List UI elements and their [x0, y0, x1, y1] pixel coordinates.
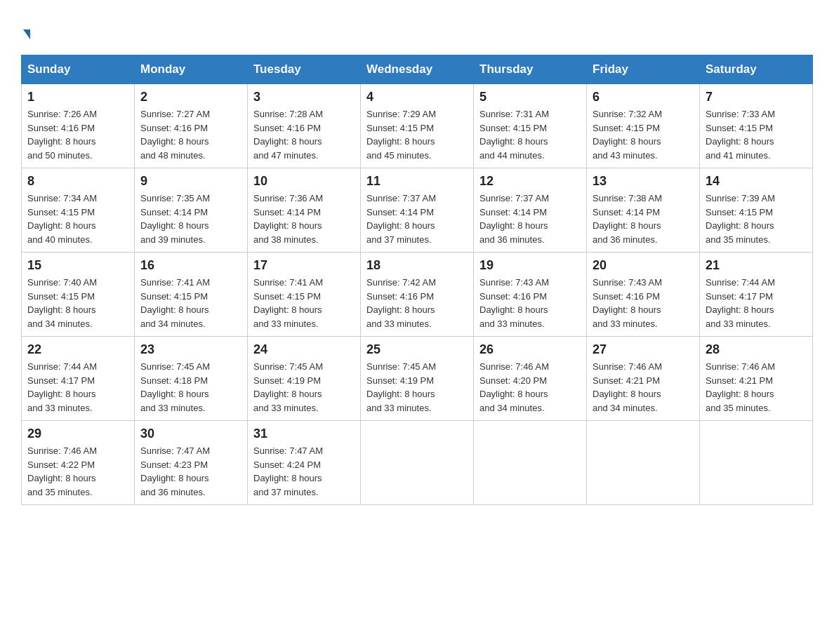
- calendar-cell: 29 Sunrise: 7:46 AM Sunset: 4:22 PM Dayl…: [22, 421, 135, 505]
- day-info: Sunrise: 7:45 AM Sunset: 4:18 PM Dayligh…: [140, 360, 241, 415]
- calendar-cell: 5 Sunrise: 7:31 AM Sunset: 4:15 PM Dayli…: [474, 84, 587, 168]
- calendar-cell: 9 Sunrise: 7:35 AM Sunset: 4:14 PM Dayli…: [135, 168, 248, 253]
- day-number: 5: [479, 90, 581, 105]
- calendar-table: SundayMondayTuesdayWednesdayThursdayFrid…: [21, 55, 813, 505]
- day-info: Sunrise: 7:35 AM Sunset: 4:14 PM Dayligh…: [140, 192, 241, 246]
- weekday-header-saturday: Saturday: [700, 55, 813, 84]
- day-number: 22: [27, 342, 128, 357]
- day-number: 7: [706, 90, 807, 105]
- calendar-week-row: 22 Sunrise: 7:44 AM Sunset: 4:17 PM Dayl…: [22, 337, 813, 421]
- day-number: 29: [27, 427, 128, 441]
- day-info: Sunrise: 7:32 AM Sunset: 4:15 PM Dayligh…: [593, 107, 694, 162]
- weekday-header-thursday: Thursday: [474, 55, 587, 84]
- day-info: Sunrise: 7:46 AM Sunset: 4:21 PM Dayligh…: [593, 360, 694, 415]
- day-info: Sunrise: 7:46 AM Sunset: 4:20 PM Dayligh…: [479, 360, 581, 415]
- calendar-cell: 10 Sunrise: 7:36 AM Sunset: 4:14 PM Dayl…: [248, 168, 361, 253]
- calendar-cell: 8 Sunrise: 7:34 AM Sunset: 4:15 PM Dayli…: [22, 168, 135, 253]
- day-number: 8: [27, 174, 128, 189]
- day-number: 31: [253, 427, 355, 441]
- day-number: 23: [140, 342, 241, 357]
- day-number: 18: [366, 258, 468, 273]
- calendar-week-row: 1 Sunrise: 7:26 AM Sunset: 4:16 PM Dayli…: [22, 84, 813, 168]
- day-number: 10: [253, 174, 355, 189]
- day-number: 4: [366, 90, 468, 105]
- day-info: Sunrise: 7:37 AM Sunset: 4:14 PM Dayligh…: [366, 192, 468, 246]
- calendar-cell: 28 Sunrise: 7:46 AM Sunset: 4:21 PM Dayl…: [700, 337, 813, 421]
- day-info: Sunrise: 7:43 AM Sunset: 4:16 PM Dayligh…: [593, 276, 694, 330]
- day-info: Sunrise: 7:43 AM Sunset: 4:16 PM Dayligh…: [479, 276, 581, 330]
- day-info: Sunrise: 7:36 AM Sunset: 4:14 PM Dayligh…: [253, 192, 355, 246]
- calendar-week-row: 8 Sunrise: 7:34 AM Sunset: 4:15 PM Dayli…: [22, 168, 813, 253]
- day-number: 24: [253, 342, 355, 357]
- calendar-week-row: 15 Sunrise: 7:40 AM Sunset: 4:15 PM Dayl…: [22, 253, 813, 337]
- page-header: [21, 21, 813, 41]
- day-info: Sunrise: 7:33 AM Sunset: 4:15 PM Dayligh…: [706, 107, 807, 162]
- calendar-cell: [700, 421, 813, 505]
- calendar-week-row: 29 Sunrise: 7:46 AM Sunset: 4:22 PM Dayl…: [22, 421, 813, 505]
- calendar-cell: 24 Sunrise: 7:45 AM Sunset: 4:19 PM Dayl…: [248, 337, 361, 421]
- weekday-header-monday: Monday: [135, 55, 248, 84]
- calendar-cell: 21 Sunrise: 7:44 AM Sunset: 4:17 PM Dayl…: [700, 253, 813, 337]
- logo-general-line: [21, 21, 30, 41]
- day-number: 19: [479, 258, 581, 273]
- logo-triangle-icon: [23, 29, 30, 39]
- logo: [21, 21, 30, 41]
- day-info: Sunrise: 7:26 AM Sunset: 4:16 PM Dayligh…: [27, 107, 128, 162]
- day-info: Sunrise: 7:38 AM Sunset: 4:14 PM Dayligh…: [593, 192, 694, 246]
- day-number: 25: [366, 342, 468, 357]
- calendar-cell: [474, 421, 587, 505]
- day-info: Sunrise: 7:45 AM Sunset: 4:19 PM Dayligh…: [366, 360, 468, 415]
- weekday-header-friday: Friday: [587, 55, 700, 84]
- calendar-cell: 13 Sunrise: 7:38 AM Sunset: 4:14 PM Dayl…: [587, 168, 700, 253]
- calendar-cell: 15 Sunrise: 7:40 AM Sunset: 4:15 PM Dayl…: [22, 253, 135, 337]
- day-info: Sunrise: 7:47 AM Sunset: 4:24 PM Dayligh…: [253, 444, 355, 499]
- calendar-cell: 22 Sunrise: 7:44 AM Sunset: 4:17 PM Dayl…: [22, 337, 135, 421]
- day-info: Sunrise: 7:45 AM Sunset: 4:19 PM Dayligh…: [253, 360, 355, 415]
- day-info: Sunrise: 7:37 AM Sunset: 4:14 PM Dayligh…: [479, 192, 581, 246]
- calendar-cell: 11 Sunrise: 7:37 AM Sunset: 4:14 PM Dayl…: [361, 168, 474, 253]
- weekday-header-tuesday: Tuesday: [248, 55, 361, 84]
- calendar-cell: [587, 421, 700, 505]
- day-number: 20: [593, 258, 694, 273]
- calendar-cell: 6 Sunrise: 7:32 AM Sunset: 4:15 PM Dayli…: [587, 84, 700, 168]
- day-number: 11: [366, 174, 468, 189]
- calendar-cell: 16 Sunrise: 7:41 AM Sunset: 4:15 PM Dayl…: [135, 253, 248, 337]
- day-info: Sunrise: 7:44 AM Sunset: 4:17 PM Dayligh…: [706, 276, 807, 330]
- calendar-cell: 12 Sunrise: 7:37 AM Sunset: 4:14 PM Dayl…: [474, 168, 587, 253]
- day-info: Sunrise: 7:29 AM Sunset: 4:15 PM Dayligh…: [366, 107, 468, 162]
- calendar-cell: 1 Sunrise: 7:26 AM Sunset: 4:16 PM Dayli…: [22, 84, 135, 168]
- day-number: 21: [706, 258, 807, 273]
- day-number: 2: [140, 90, 241, 105]
- calendar-cell: 18 Sunrise: 7:42 AM Sunset: 4:16 PM Dayl…: [361, 253, 474, 337]
- day-number: 14: [706, 174, 807, 189]
- calendar-cell: 17 Sunrise: 7:41 AM Sunset: 4:15 PM Dayl…: [248, 253, 361, 337]
- calendar-cell: 3 Sunrise: 7:28 AM Sunset: 4:16 PM Dayli…: [248, 84, 361, 168]
- day-info: Sunrise: 7:31 AM Sunset: 4:15 PM Dayligh…: [479, 107, 581, 162]
- day-number: 27: [593, 342, 694, 357]
- day-number: 9: [140, 174, 241, 189]
- day-number: 1: [27, 90, 128, 105]
- day-number: 12: [479, 174, 581, 189]
- calendar-cell: [361, 421, 474, 505]
- weekday-header-sunday: Sunday: [22, 55, 135, 84]
- calendar-cell: 14 Sunrise: 7:39 AM Sunset: 4:15 PM Dayl…: [700, 168, 813, 253]
- calendar-cell: 25 Sunrise: 7:45 AM Sunset: 4:19 PM Dayl…: [361, 337, 474, 421]
- day-number: 6: [593, 90, 694, 105]
- calendar-cell: 4 Sunrise: 7:29 AM Sunset: 4:15 PM Dayli…: [361, 84, 474, 168]
- day-number: 15: [27, 258, 128, 273]
- day-info: Sunrise: 7:41 AM Sunset: 4:15 PM Dayligh…: [253, 276, 355, 330]
- day-info: Sunrise: 7:39 AM Sunset: 4:15 PM Dayligh…: [706, 192, 807, 246]
- calendar-cell: 20 Sunrise: 7:43 AM Sunset: 4:16 PM Dayl…: [587, 253, 700, 337]
- day-number: 26: [479, 342, 581, 357]
- day-info: Sunrise: 7:34 AM Sunset: 4:15 PM Dayligh…: [27, 192, 128, 246]
- day-number: 30: [140, 427, 241, 441]
- calendar-cell: 2 Sunrise: 7:27 AM Sunset: 4:16 PM Dayli…: [135, 84, 248, 168]
- day-number: 17: [253, 258, 355, 273]
- calendar-cell: 31 Sunrise: 7:47 AM Sunset: 4:24 PM Dayl…: [248, 421, 361, 505]
- weekday-header-wednesday: Wednesday: [361, 55, 474, 84]
- day-number: 13: [593, 174, 694, 189]
- day-number: 16: [140, 258, 241, 273]
- calendar-cell: 19 Sunrise: 7:43 AM Sunset: 4:16 PM Dayl…: [474, 253, 587, 337]
- day-info: Sunrise: 7:47 AM Sunset: 4:23 PM Dayligh…: [140, 444, 241, 499]
- calendar-cell: 27 Sunrise: 7:46 AM Sunset: 4:21 PM Dayl…: [587, 337, 700, 421]
